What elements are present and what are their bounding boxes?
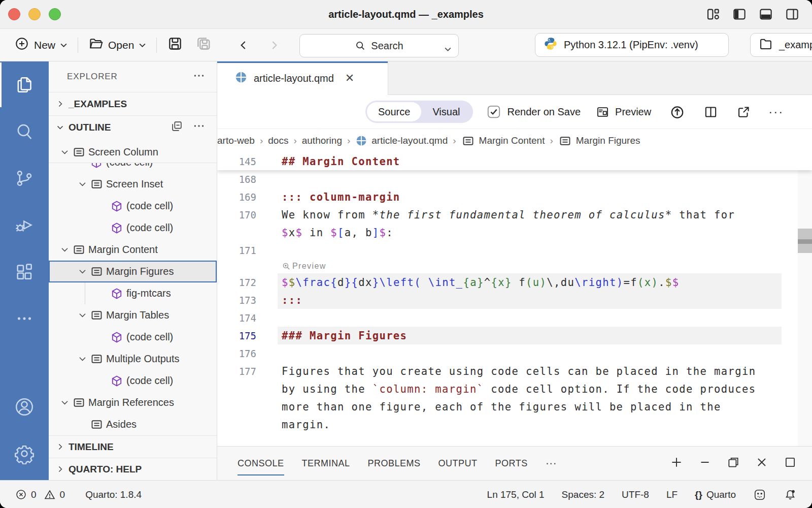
outline-item-code-cell[interactable]: (code cell) <box>49 217 217 239</box>
chevron-down-icon[interactable] <box>58 147 71 157</box>
chevron-down-icon[interactable] <box>76 179 89 189</box>
panel-tab-ports[interactable]: PORTS <box>495 447 528 481</box>
publish-icon[interactable] <box>669 104 685 120</box>
render-on-save[interactable]: Render on Save <box>486 104 581 119</box>
panel-tab-output[interactable]: OUTPUT <box>438 447 478 481</box>
activity-run-debug[interactable] <box>0 202 49 248</box>
open-button[interactable]: Open <box>84 36 150 54</box>
tab-article-layout[interactable]: article-layout.qmd ✕ <box>217 61 388 95</box>
panel-tab-console[interactable]: CONSOLE <box>238 447 284 481</box>
outline-item-screen-inset[interactable]: Screen Inset <box>49 173 217 195</box>
encoding-status[interactable]: UTF-8 <box>622 489 649 500</box>
code-line[interactable]: more than one figure, each of the figure… <box>217 398 812 416</box>
forward-button[interactable] <box>263 39 285 52</box>
code-line[interactable]: by using the `column: margin` code cell … <box>217 380 812 398</box>
mode-source[interactable]: Source <box>367 102 421 121</box>
code-line[interactable]: Preview <box>217 259 812 273</box>
outline-item-margin-references[interactable]: Margin References <box>49 392 217 414</box>
quarto-version-status[interactable]: Quarto: 1.8.4 <box>85 489 142 500</box>
sticky-code-line[interactable]: 145## Margin Content <box>217 152 812 170</box>
minimize-window-button[interactable] <box>28 8 41 20</box>
split-editor-icon[interactable] <box>703 105 718 119</box>
indentation-status[interactable]: Spaces: 2 <box>562 489 605 500</box>
preview-button[interactable]: Preview <box>596 105 651 119</box>
restore-icon[interactable] <box>727 456 740 471</box>
activity-search[interactable] <box>0 108 49 155</box>
workspace-selector[interactable]: _examples <box>750 33 812 57</box>
close-window-button[interactable] <box>8 8 20 20</box>
outline-item-fig-mtcars[interactable]: fig-mtcars <box>49 282 217 304</box>
outline-item-multiple-outputs[interactable]: Multiple Outputs <box>49 348 217 370</box>
more-actions-icon[interactable] <box>192 69 206 85</box>
panel-tab-terminal[interactable]: TERMINAL <box>302 447 350 481</box>
new-button[interactable]: New <box>10 36 72 54</box>
section-examples[interactable]: _EXAMPLES <box>49 92 217 115</box>
problems-status[interactable]: 0 0 <box>15 489 65 501</box>
chevron-down-icon[interactable] <box>76 267 89 276</box>
chevron-down-icon[interactable] <box>444 43 452 54</box>
preview-codelens[interactable]: Preview <box>282 262 326 271</box>
panel-right-icon[interactable] <box>785 7 800 22</box>
breadcrumb-item-authoring[interactable]: authoring <box>302 135 342 146</box>
mode-visual[interactable]: Visual <box>421 102 471 121</box>
maximize-icon[interactable] <box>784 456 797 471</box>
breadcrumb-item-margin-figures[interactable]: Margin Figures <box>558 134 640 148</box>
outline-item-code-cell[interactable]: (code cell) <box>49 370 217 392</box>
code-line[interactable]: $x$ in $[a, b]$: <box>217 224 812 241</box>
panel-left-icon[interactable] <box>732 7 747 22</box>
section-timeline[interactable]: TIMELINE <box>49 435 217 458</box>
code-line[interactable]: margin. <box>217 416 812 433</box>
panel-bottom-icon[interactable] <box>758 7 773 22</box>
breadcrumb-item-margin-content[interactable]: Margin Content <box>461 134 545 148</box>
chevron-down-icon[interactable] <box>58 245 71 255</box>
chevron-down-icon[interactable] <box>76 354 89 364</box>
search-input[interactable]: Search <box>299 34 459 57</box>
code-line[interactable]: 168 <box>217 170 812 188</box>
more-actions-icon[interactable]: ··· <box>768 105 784 119</box>
panel-more-icon[interactable]: ··· <box>546 457 557 470</box>
code-line[interactable]: 177Figures that you create using code ce… <box>217 362 812 380</box>
code-line[interactable]: 176 <box>217 344 812 362</box>
outline-item-margin-tables[interactable]: Margin Tables <box>49 304 217 326</box>
breadcrumb-item-arto-web[interactable]: arto-web <box>217 135 255 146</box>
zoom-window-button[interactable] <box>49 8 61 20</box>
code-line[interactable]: 169::: column-margin <box>217 188 812 206</box>
minus-icon[interactable] <box>698 456 712 471</box>
activity-explorer[interactable] <box>0 61 49 108</box>
code-line[interactable]: 174 <box>217 309 812 327</box>
save-all-button[interactable] <box>191 36 216 54</box>
customize-layout-icon[interactable] <box>705 7 721 22</box>
activity-account[interactable] <box>0 384 49 430</box>
section-quarto-help[interactable]: QUARTO: HELP <box>49 458 217 480</box>
more-actions-icon[interactable] <box>192 119 206 135</box>
outline-item-margin-content[interactable]: Margin Content <box>49 239 217 261</box>
activity-source-control[interactable] <box>0 155 49 202</box>
cursor-position-status[interactable]: Ln 175, Col 1 <box>487 489 545 500</box>
outline-item-code-cell[interactable]: (code cell) <box>49 195 217 217</box>
outline-item-code-cell[interactable]: (code cell) <box>49 163 217 173</box>
language-mode-status[interactable]: {} Quarto <box>695 489 736 500</box>
code-line[interactable]: 175### Margin Figures <box>217 327 812 344</box>
code-line[interactable]: 172$$\frac{d}{dx}\left( \int_{a}^{x} f(u… <box>217 273 812 291</box>
eol-status[interactable]: LF <box>666 489 678 500</box>
feedback-smiley-icon[interactable] <box>753 488 766 501</box>
breadcrumb-item-article-layout-qmd[interactable]: article-layout.qmd <box>355 135 448 147</box>
outline-item-asides[interactable]: Asides <box>49 414 217 435</box>
outline-item-margin-figures[interactable]: Margin Figures <box>49 261 217 282</box>
activity-settings[interactable] <box>0 430 49 477</box>
notifications-bell-icon[interactable] <box>784 488 797 501</box>
activity-more[interactable] <box>0 295 49 342</box>
close-tab-icon[interactable]: ✕ <box>345 73 354 84</box>
panel-tab-problems[interactable]: PROBLEMS <box>368 447 421 481</box>
chevron-down-icon[interactable] <box>58 398 71 407</box>
collapse-all-icon[interactable] <box>171 120 183 135</box>
breadcrumb-item-docs[interactable]: docs <box>268 135 288 146</box>
close-icon[interactable] <box>755 456 768 471</box>
chevron-down-icon[interactable] <box>76 310 89 320</box>
code-line[interactable]: 173::: <box>217 291 812 309</box>
editor-scrollbar[interactable] <box>798 152 812 446</box>
code-editor[interactable]: 145## Margin Content 168169::: column-ma… <box>217 152 812 446</box>
plus-icon[interactable] <box>670 456 683 471</box>
section-outline[interactable]: OUTLINE <box>49 115 217 139</box>
code-line[interactable]: 170We know from *the first fundamental t… <box>217 206 812 224</box>
